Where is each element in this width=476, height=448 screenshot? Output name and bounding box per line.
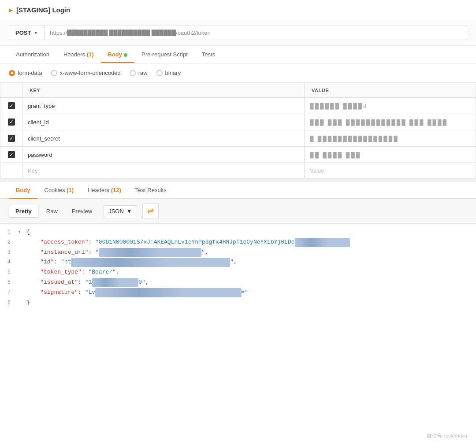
rtab-body[interactable]: Body	[9, 182, 37, 198]
radio-form-data[interactable]: form-data	[9, 70, 42, 76]
tab-body[interactable]: Body	[101, 46, 135, 63]
view-pretty-button[interactable]: Pretty	[9, 205, 38, 218]
rtab-headers[interactable]: Headers (12)	[81, 182, 128, 198]
row4-key[interactable]: password	[22, 147, 305, 163]
row2-value[interactable]: ███ ███ ████████████ ███ ████	[305, 114, 476, 130]
view-preview-button[interactable]: Preview	[66, 205, 98, 217]
row1-key[interactable]: grant_type	[22, 98, 305, 114]
body-type-row: form-data x-www-form-urlencoded raw bina…	[0, 63, 476, 83]
title-arrow-icon: ▶	[9, 7, 13, 13]
radio-binary[interactable]: binary	[156, 70, 181, 76]
table-row-empty: Key Value	[0, 163, 476, 179]
row1-checkbox-cell[interactable]: ✓	[0, 98, 22, 114]
table-row: ✓ client_secret █ ████████████████	[0, 130, 476, 147]
body-active-dot	[124, 53, 127, 57]
section-divider	[0, 179, 476, 181]
response-tabs-row: Body Cookies (1) Headers (12) Test Resul…	[0, 182, 476, 199]
request-tabs-row: Authorization Headers (1) Body Pre-reque…	[0, 46, 476, 63]
json-line-6: 6 "issued_at": "1██████████0",	[0, 278, 476, 288]
row3-checkbox[interactable]: ✓	[8, 135, 15, 142]
rtab-test-results[interactable]: Test Results	[128, 182, 174, 198]
json-line-7: 7 "signature": "Lv██████████████████████…	[0, 288, 476, 298]
row-empty-key[interactable]: Key	[22, 163, 305, 179]
row1-value[interactable]: ██████ ████d	[305, 98, 476, 114]
tab-pre-request-script[interactable]: Pre-request Script	[134, 46, 195, 63]
json-line-5: 5 "token_type": "Bearer",	[0, 267, 476, 278]
json-line-3: 3 "instance_url": "██████ ███████████ ██…	[0, 248, 476, 258]
col-header-checkbox	[0, 83, 22, 98]
row1-checkbox[interactable]: ✓	[8, 102, 15, 109]
method-label: POST	[15, 30, 31, 36]
tab-tests[interactable]: Tests	[195, 46, 222, 63]
format-label: JSON	[108, 208, 124, 215]
wrap-button[interactable]: ⇌	[142, 203, 159, 219]
method-dropdown-icon: ▼	[33, 30, 38, 35]
row-empty-checkbox-cell	[0, 163, 22, 179]
format-dropdown-icon: ▼	[126, 208, 132, 215]
row2-checkbox[interactable]: ✓	[8, 118, 15, 126]
row2-key[interactable]: client_id	[22, 114, 305, 130]
json-line-1: 1 ▾ {	[0, 227, 476, 237]
radio-raw-circle	[130, 70, 136, 76]
method-button[interactable]: POST ▼	[9, 26, 45, 40]
col-header-key: KEY	[22, 83, 305, 98]
radio-raw[interactable]: raw	[130, 70, 148, 76]
request-title: [STAGING] Login	[16, 6, 70, 14]
tab-headers[interactable]: Headers (1)	[56, 46, 101, 63]
json-line-8: 8 }	[0, 298, 476, 308]
json-viewer: 1 ▾ { 2 "access_token": "00D1N000001S7xJ…	[0, 224, 476, 311]
response-toolbar: Pretty Raw Preview JSON ▼ ⇌	[0, 199, 476, 224]
json-line-2: 2 "access_token": "00D1N000001S7xJ!AKEAQ…	[0, 237, 476, 248]
col-header-value: VALUE	[305, 83, 476, 98]
row3-checkbox-cell[interactable]: ✓	[0, 130, 22, 147]
row4-checkbox[interactable]: ✓	[8, 151, 15, 158]
row4-checkbox-cell[interactable]: ✓	[0, 147, 22, 163]
tab-authorization[interactable]: Authorization	[9, 46, 56, 63]
url-bar: POST ▼	[0, 20, 476, 46]
response-section: Body Cookies (1) Headers (12) Test Resul…	[0, 182, 476, 311]
radio-x-www-circle	[51, 70, 57, 76]
url-input[interactable]	[45, 26, 467, 40]
row2-checkbox-cell[interactable]: ✓	[0, 114, 22, 130]
view-raw-button[interactable]: Raw	[40, 205, 64, 217]
row3-key[interactable]: client_secret	[22, 130, 305, 147]
app-container: ▶ [STAGING] Login POST ▼ Authorization H…	[0, 0, 476, 448]
table-row: ✓ client_id ███ ███ ████████████ ███ ███…	[0, 114, 476, 130]
row4-value[interactable]: ██ ████ ███	[305, 147, 476, 163]
radio-binary-circle	[156, 70, 163, 76]
table-row: ✓ password ██ ████ ███	[0, 147, 476, 163]
json-toggle-icon[interactable]: ▾	[18, 228, 25, 237]
row-empty-value[interactable]: Value	[305, 163, 476, 179]
json-line-4: 4 "id": "ht█████████████████████████████…	[0, 257, 476, 267]
radio-x-www-form-urlencoded[interactable]: x-www-form-urlencoded	[51, 70, 121, 76]
rtab-cookies[interactable]: Cookies (1)	[37, 182, 81, 198]
watermark: 微信号: testerbang	[427, 433, 467, 439]
form-params-table: KEY VALUE ✓ grant_type ██████ ████d ✓ cl…	[0, 83, 476, 179]
radio-form-data-circle	[9, 70, 15, 76]
table-row: ✓ grant_type ██████ ████d	[0, 98, 476, 114]
title-bar: ▶ [STAGING] Login	[0, 0, 476, 20]
format-select[interactable]: JSON ▼	[104, 205, 137, 217]
row3-value[interactable]: █ ████████████████	[305, 130, 476, 147]
